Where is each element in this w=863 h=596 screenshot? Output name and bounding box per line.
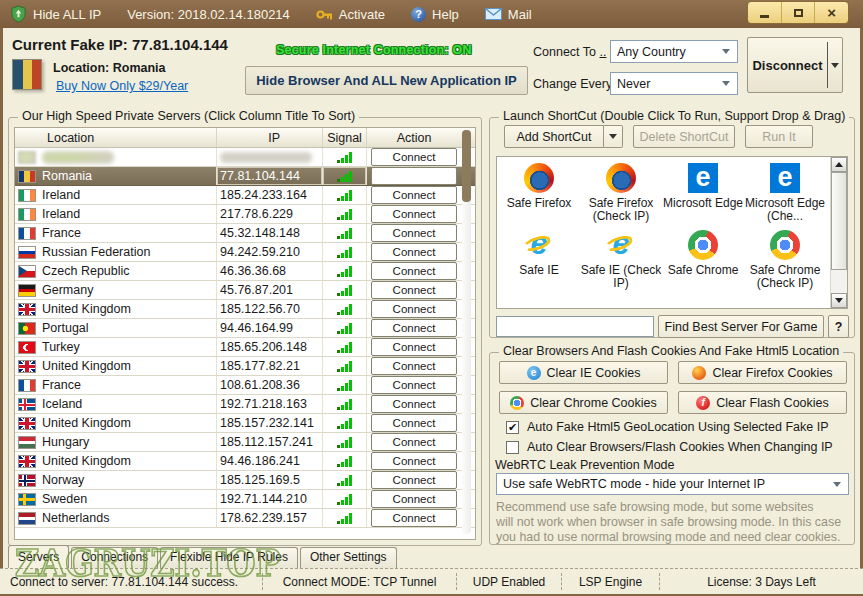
shortcut-item[interactable]: Safe IE (Check IP) (580, 229, 662, 290)
server-row[interactable]: Turkey185.65.206.148Connect (15, 338, 475, 357)
connect-button[interactable]: Connect (371, 167, 457, 185)
mail-button[interactable]: Mail (508, 7, 532, 22)
server-action-cell: Connect (367, 376, 461, 394)
connect-button[interactable]: Connect (371, 376, 457, 394)
connect-button[interactable]: Connect (371, 262, 457, 280)
maximize-button[interactable] (781, 2, 815, 23)
connect-button[interactable]: Connect (371, 433, 457, 451)
server-row[interactable]: France45.32.148.148Connect (15, 224, 475, 243)
connect-button[interactable]: Connect (371, 414, 457, 432)
minimize-button[interactable] (748, 2, 781, 23)
server-action-cell: Connect (367, 148, 461, 166)
connect-to-dropdown[interactable]: Any Country (610, 40, 738, 63)
clear-flash-cookies-button[interactable]: Clear Flash Cookies (678, 391, 847, 414)
server-row[interactable]: Russian Federation94.242.59.210Connect (15, 243, 475, 262)
server-list-scrollbar[interactable] (462, 130, 471, 534)
disconnect-menu-arrow[interactable] (828, 38, 842, 92)
server-row[interactable]: Hungary185.112.157.241Connect (15, 433, 475, 452)
server-row[interactable]: United Kingdom185.177.82.21Connect (15, 357, 475, 376)
server-location: Russian Federation (42, 245, 150, 259)
connect-button[interactable]: Connect (371, 281, 457, 299)
add-shortcut-button[interactable]: Add ShortCut (504, 125, 604, 148)
scroll-down-button[interactable] (831, 293, 847, 308)
connect-button[interactable]: Connect (371, 224, 457, 242)
column-header-ip[interactable]: IP (217, 128, 323, 147)
find-server-help-button[interactable]: ? (828, 315, 849, 338)
hide-browser-button[interactable]: Hide Browser And ALL New Application IP (245, 66, 528, 95)
connect-button[interactable]: Connect (371, 338, 457, 356)
server-row[interactable]: Connect (15, 148, 475, 167)
server-row[interactable]: Sweden192.71.144.210Connect (15, 490, 475, 509)
server-row[interactable]: United Kingdom94.46.186.241Connect (15, 452, 475, 471)
server-row[interactable]: Norway185.125.169.5Connect (15, 471, 475, 490)
delete-shortcut-button[interactable]: Delete ShortCut (633, 125, 735, 148)
connect-button[interactable]: Connect (371, 205, 457, 223)
shortcut-item[interactable]: Microsoft Edge (Che... (744, 162, 826, 223)
connect-button[interactable]: Connect (371, 395, 457, 413)
change-every-dropdown[interactable]: Never (610, 72, 738, 95)
tab-connections[interactable]: Connections (71, 547, 158, 568)
connect-button[interactable]: Connect (371, 300, 457, 318)
clear-ie-cookies-button[interactable]: Clear IE Cookies (499, 361, 668, 384)
connect-button[interactable]: Connect (371, 490, 457, 508)
signal-strength-icon (337, 190, 352, 201)
checkbox-unchecked-icon[interactable] (506, 441, 519, 454)
webrtc-mode-dropdown[interactable]: Use safe WebRTC mode - hide your Interne… (496, 473, 849, 495)
option-checkbox-row[interactable]: Auto Clear Browsers/Flash Cookies When C… (506, 440, 833, 454)
activate-button[interactable]: Activate (339, 7, 385, 22)
scroll-up-button[interactable] (831, 157, 847, 172)
server-row[interactable]: United Kingdom185.157.232.141Connect (15, 414, 475, 433)
connect-button[interactable]: Connect (371, 471, 457, 489)
tab-other-settings[interactable]: Other Settings (300, 547, 397, 568)
server-row[interactable]: Germany45.76.87.201Connect (15, 281, 475, 300)
buy-now-link[interactable]: Buy Now Only $29/Year (56, 79, 188, 93)
current-fake-ip: Current Fake IP: 77.81.104.144 (12, 36, 228, 53)
shortcut-item[interactable]: Microsoft Edge (662, 162, 744, 223)
option-checkbox-row[interactable]: ✔Auto Fake Html5 GeoLocation Using Selec… (506, 420, 829, 434)
server-row[interactable]: Iceland192.71.218.163Connect (15, 395, 475, 414)
disconnect-button[interactable]: Disconnect (747, 37, 843, 93)
shortcut-item[interactable]: Safe Firefox (Check IP) (580, 162, 662, 223)
connect-to-more-link[interactable]: .. (600, 45, 607, 59)
shortcut-item[interactable]: Safe Chrome (Check IP) (744, 229, 826, 290)
connect-button[interactable]: Connect (371, 186, 457, 204)
connect-button[interactable]: Connect (371, 243, 457, 261)
server-row[interactable]: France108.61.208.36Connect (15, 376, 475, 395)
server-row[interactable]: Romania77.81.104.144Connect (15, 167, 475, 186)
column-header-action[interactable]: Action (367, 128, 461, 147)
shortcut-group: Launch ShortCut (Double Click To Run, Su… (489, 117, 855, 338)
connect-button[interactable]: Connect (371, 148, 457, 166)
game-search-input[interactable] (496, 316, 654, 337)
scrollbar-thumb[interactable] (831, 172, 847, 270)
close-button[interactable]: × (814, 2, 848, 23)
clear-firefox-cookies-button[interactable]: Clear Firefox Cookies (678, 361, 847, 384)
connect-button[interactable]: Connect (371, 509, 457, 527)
scrollbar-thumb[interactable] (462, 130, 471, 202)
server-row[interactable]: Ireland185.24.233.164Connect (15, 186, 475, 205)
server-row[interactable]: Ireland217.78.6.229Connect (15, 205, 475, 224)
server-row[interactable]: Netherlands178.62.239.157Connect (15, 509, 475, 528)
checkbox-checked-icon[interactable]: ✔ (506, 421, 519, 434)
server-signal-cell (323, 509, 367, 527)
connect-button[interactable]: Connect (371, 452, 457, 470)
tab-flexible-hide-ip-rules[interactable]: Flexible Hide IP Rules (160, 547, 298, 568)
server-row[interactable]: Portugal94.46.164.99Connect (15, 319, 475, 338)
clear-chrome-cookies-button[interactable]: Clear Chrome Cookies (499, 391, 668, 414)
shortcut-item[interactable]: Safe Firefox (498, 162, 580, 223)
column-header-location[interactable]: Location (15, 128, 217, 147)
column-header-signal[interactable]: Signal (323, 128, 367, 147)
add-shortcut-menu-arrow[interactable] (604, 125, 623, 148)
shortcut-item[interactable]: Safe Chrome (662, 229, 744, 290)
run-it-button[interactable]: Run It (745, 125, 813, 148)
server-location: Portugal (42, 321, 89, 335)
connect-button[interactable]: Connect (371, 319, 457, 337)
tab-servers[interactable]: Servers (8, 545, 69, 568)
help-button[interactable]: Help (432, 7, 459, 22)
server-row[interactable]: United Kingdom185.122.56.70Connect (15, 300, 475, 319)
connect-button[interactable]: Connect (371, 357, 457, 375)
server-ip-cell: 185.177.82.21 (217, 357, 323, 375)
server-row[interactable]: Czech Republic46.36.36.68Connect (15, 262, 475, 281)
shortcut-item[interactable]: Safe IE (498, 229, 580, 290)
shortcut-scrollbar[interactable] (830, 157, 847, 308)
find-best-server-button[interactable]: Find Best Server For Game (658, 315, 824, 338)
